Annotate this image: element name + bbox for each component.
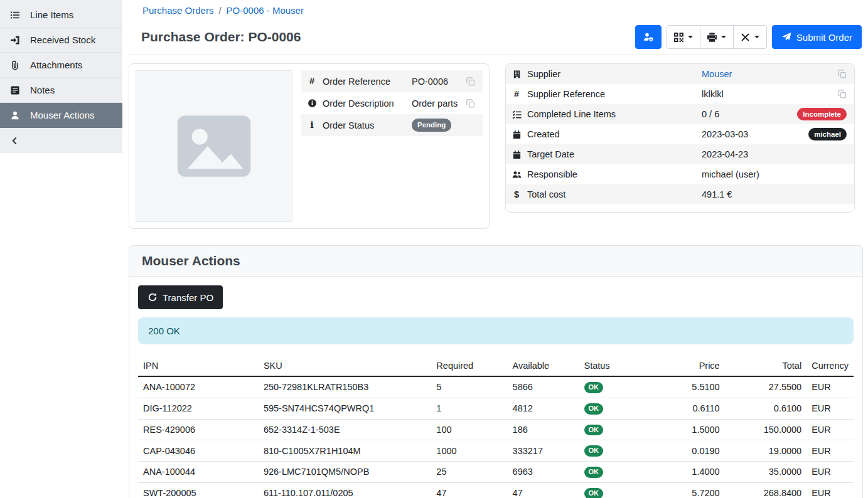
cell-required: 47 [431,482,507,498]
breadcrumb-current[interactable]: PO-0006 - Mouser [227,5,304,16]
sidebar-item[interactable]: Line Items [0,3,122,28]
caret-down-icon [721,36,726,38]
panel-body: Transfer PO 200 OK IPNSKURequiredAvailab… [129,277,862,498]
detail-value: 0 / 6 [702,109,797,119]
copy-icon[interactable] [466,99,475,108]
barcode-actions-button[interactable] [667,25,700,49]
info-circle-icon [301,98,323,108]
cell-available: 6963 [508,462,579,483]
detail-label: Order Description [323,98,412,109]
detail-label: Supplier Reference [527,89,702,99]
transfer-po-label: Transfer PO [163,292,213,303]
detail-value: Order parts [412,98,466,109]
user-icon [10,110,20,120]
breadcrumb-separator: / [218,5,221,16]
ok-badge: OK [584,445,604,457]
cell-ipn: CAP-043046 [138,440,259,462]
cell-total: 268.8400 [725,482,806,498]
submit-order-button[interactable]: Submit Order [772,25,862,49]
sidebar-item-label: Notes [30,85,55,95]
copy-icon[interactable] [466,77,475,86]
detail-value: Pending [412,119,475,131]
cell-currency: EUR [806,398,854,419]
table-row: ANA-100072 250-72981KLRATR150B3 5 5866 O… [138,376,854,398]
status-badge: Pending [412,119,451,131]
dollar-icon: $ [506,190,527,199]
detail-value: PO-0006 [412,77,466,87]
transfer-po-button[interactable]: Transfer PO [138,285,223,309]
order-details-card: # Order Reference PO-0006 Order Desc [129,63,490,229]
cell-status: OK [579,462,646,483]
response-alert: 200 OK [138,317,854,344]
cell-available: 186 [508,419,579,440]
cell-price: 0.0190 [646,440,724,462]
cell-total: 19.0000 [725,440,806,462]
column-header: IPN [138,356,259,376]
sidebar-item-label: Line Items [30,9,73,20]
cell-available: 47 [508,482,579,498]
sidebar-item[interactable]: Mouser Actions [0,103,122,128]
sidebar: Line Items Received Stock Attachments No… [0,0,122,498]
cell-available: 333217 [508,440,579,462]
breadcrumb-purchase-orders[interactable]: Purchase Orders [142,5,213,16]
table-row: RES-429006 652-3314Z-1-503E 100 186 OK 1… [138,419,854,440]
detail-value: 491.1 € [702,189,847,199]
hash-icon: # [301,77,323,86]
order-image-placeholder[interactable] [136,70,292,222]
column-header: Price [646,356,724,376]
cell-status: OK [579,398,646,419]
cell-price: 5.7200 [646,482,724,498]
sign-in-icon [10,35,20,45]
detail-row: Supplier Mouser [506,64,854,84]
users-icon [506,170,527,179]
column-header: Required [431,356,507,376]
column-header: Available [508,356,579,376]
list-check-icon [506,110,527,119]
detail-value: Mouser [702,69,838,79]
sidebar-item[interactable]: Attachments [0,53,122,78]
line-items-table: IPNSKURequiredAvailableStatusPriceTotalC… [138,356,854,498]
sidebar-item-label: Received Stock [30,34,95,45]
sidebar-item[interactable]: Notes [0,78,122,103]
cell-currency: EUR [806,440,854,462]
sidebar-item[interactable]: Received Stock [0,28,122,53]
copy-icon[interactable] [838,70,847,78]
cell-status: OK [579,376,646,398]
user-actions-button[interactable] [635,25,662,49]
column-header: Currency [806,356,854,376]
detail-label: Created [527,129,702,139]
detail-row: Order Description Order parts [301,92,483,114]
building-icon [506,70,527,79]
detail-row: # Supplier Reference lklklkl [506,84,854,104]
detail-value: 2023-03-03 [702,129,808,139]
cell-ipn: DIG-112022 [138,398,259,419]
cell-status: OK [579,419,646,440]
table-row: SWT-200005 611-110.107.011/0205 47 47 OK… [138,482,854,498]
cell-status: OK [579,440,646,462]
caret-down-icon [688,36,693,38]
cell-ipn: ANA-100044 [138,462,259,483]
cell-price: 1.4000 [646,462,724,483]
mouser-actions-panel: Mouser Actions Transfer PO 200 OK IPNSKU… [129,245,863,498]
cell-sku: 611-110.107.011/0205 [259,482,431,498]
copy-icon[interactable] [838,90,847,98]
wrench-icon [740,32,751,43]
detail-row: Target Date 2023-04-23 [506,144,854,164]
cell-total: 35.0000 [725,462,806,483]
ok-badge: OK [584,425,604,436]
print-actions-button[interactable] [700,25,734,49]
order-details-section: # Order Reference PO-0006 Order Desc [129,63,863,229]
caret-down-icon [754,36,759,38]
sidebar-collapse-button[interactable] [0,128,122,153]
cell-price: 0.6110 [646,398,724,419]
status-badge: michael [808,128,847,140]
order-actions-button[interactable] [733,25,767,49]
hash-icon: # [506,90,527,99]
ok-badge: OK [584,403,604,415]
chevron-left-icon [10,136,19,146]
main-content: Purchase Orders / PO-0006 - Mouser Purch… [122,0,868,498]
cell-sku: 250-72981KLRATR150B3 [259,376,431,398]
ok-badge: OK [584,382,604,393]
status-badge: Incomplete [797,108,847,120]
cell-sku: 595-SN74HCS74QPWRQ1 [259,398,431,419]
